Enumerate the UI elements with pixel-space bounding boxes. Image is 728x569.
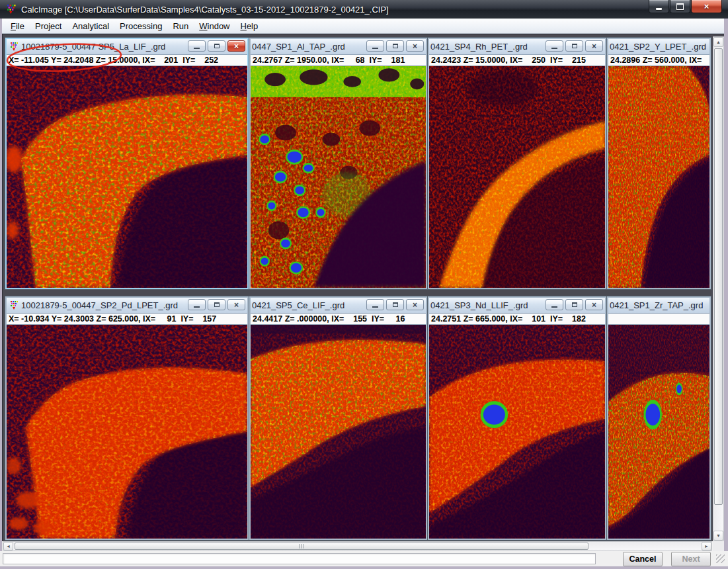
map-window-rh: 0421_SP4_Rh_PET_.grd × 24.2423 Z= 15.000… <box>428 38 606 289</box>
scroll-left-button[interactable]: ◄ <box>3 542 13 550</box>
restore-icon <box>214 44 220 48</box>
menu-file[interactable]: File <box>5 20 30 32</box>
minimize-button[interactable] <box>546 40 563 52</box>
map-window-titlebar[interactable]: 0447_SP1_Al_TAP_.grd × <box>251 39 426 55</box>
next-button: Next <box>671 552 711 566</box>
restore-icon <box>393 44 398 48</box>
close-button[interactable]: × <box>585 299 603 310</box>
restore-button[interactable] <box>565 40 583 52</box>
menu-help[interactable]: Help <box>235 20 264 32</box>
scrollbar-corner <box>713 541 724 551</box>
calcimage-window: CalcImage [C:\UserData\SurferData\Sample… <box>0 0 728 569</box>
close-button[interactable]: × <box>227 40 245 52</box>
status-strip <box>3 553 596 564</box>
map-window-titlebar[interactable]: 0421_SP1_Zr_TAP_.grd <box>608 298 709 314</box>
minimize-button[interactable] <box>366 299 384 310</box>
resize-grip[interactable] <box>716 554 725 563</box>
map-window-la: 10021879-5_00447 SP5_La_LIF_.grd × X= -1… <box>5 38 249 289</box>
restore-button[interactable] <box>565 299 583 310</box>
close-icon: × <box>413 301 417 309</box>
minimize-icon <box>194 48 200 49</box>
coordinate-readout: X= -10.934 Y= 24.3003 Z= 625.000, IX= 91… <box>7 314 247 325</box>
restore-button[interactable] <box>208 40 225 52</box>
minimize-icon <box>372 306 378 308</box>
vertical-scrollbar[interactable]: ▲ ▼ <box>713 36 724 541</box>
minimize-icon <box>551 48 557 49</box>
restore-icon <box>572 44 577 48</box>
coordinate-readout: 24.2896 Z= 560.000, IX= <box>608 55 709 66</box>
app-titlebar[interactable]: CalcImage [C:\UserData\SurferData\Sample… <box>0 0 728 19</box>
thumb-grip-icon <box>299 544 305 548</box>
minimize-button[interactable] <box>649 0 669 13</box>
element-map-y[interactable] <box>608 66 709 288</box>
scroll-left-icon: ◄ <box>6 544 11 548</box>
restore-button[interactable] <box>208 299 225 310</box>
map-window-title: 0421_SP3_Nd_LLIF_.grd <box>430 300 528 310</box>
map-window-title: 10021879-5_00447_SP2_Pd_LPET_.grd <box>21 300 178 310</box>
minimize-icon <box>656 8 662 10</box>
scroll-down-icon: ▼ <box>716 533 721 538</box>
menu-window[interactable]: Window <box>194 20 235 32</box>
minimize-button[interactable] <box>188 299 206 310</box>
close-icon: × <box>234 42 239 50</box>
close-button[interactable]: × <box>406 40 424 52</box>
vertical-scrollbar-thumb[interactable] <box>714 48 723 505</box>
restore-icon <box>393 302 398 307</box>
map-window-titlebar[interactable]: 0421_SP2_Y_LPET_.grd <box>608 39 709 55</box>
window-frame-bottom <box>0 566 728 569</box>
restore-icon <box>676 3 684 10</box>
close-button[interactable]: × <box>585 40 603 52</box>
close-icon: × <box>704 2 709 11</box>
scroll-right-button[interactable]: ► <box>702 542 711 550</box>
element-map-la[interactable] <box>7 66 247 288</box>
map-window-ce: 0421_SP5_Ce_LIF_.grd × 24.4417 Z= .00000… <box>249 296 427 540</box>
map-window-titlebar[interactable]: 10021879-5_00447 SP5_La_LIF_.grd × <box>7 39 247 55</box>
menu-project[interactable]: Project <box>30 20 67 32</box>
element-map-nd[interactable] <box>429 325 605 539</box>
restore-button[interactable] <box>386 299 404 310</box>
close-icon: × <box>413 42 417 50</box>
scroll-up-icon: ▲ <box>716 40 721 44</box>
map-window-title: 0421_SP5_Ce_LIF_.grd <box>252 300 344 310</box>
element-map-pd[interactable] <box>7 325 247 539</box>
window-frame-right <box>724 19 728 569</box>
coordinate-readout: 24.2751 Z= 665.000, IX= 101 IY= 182 <box>429 314 605 325</box>
map-window-titlebar[interactable]: 0421_SP3_Nd_LLIF_.grd × <box>429 298 605 314</box>
map-window-titlebar[interactable]: 10021879-5_00447_SP2_Pd_LPET_.grd × <box>7 298 247 314</box>
restore-button[interactable] <box>386 40 404 52</box>
close-button[interactable]: × <box>406 299 424 310</box>
close-button[interactable]: × <box>691 0 722 13</box>
minimize-icon <box>372 48 378 49</box>
map-window-y: 0421_SP2_Y_LPET_.grd 24.2896 Z= 560.000,… <box>607 38 711 289</box>
map-window-titlebar[interactable]: 0421_SP4_Rh_PET_.grd × <box>429 39 605 55</box>
horizontal-scrollbar[interactable]: ◄ ► <box>3 541 712 551</box>
coordinate-readout: 24.2767 Z= 1950.00, IX= 68 IY= 181 <box>251 55 426 66</box>
element-map-zr[interactable] <box>608 325 709 539</box>
map-window-title: 0447_SP1_Al_TAP_.grd <box>252 42 345 52</box>
menu-processing[interactable]: Processing <box>114 20 167 32</box>
calcimage-app-icon <box>6 4 17 15</box>
element-map-al[interactable] <box>251 66 426 288</box>
menu-analytical[interactable]: Analytical <box>67 20 114 32</box>
menu-run[interactable]: Run <box>167 20 194 32</box>
menubar: File Project Analytical Processing Run W… <box>0 19 728 34</box>
minimize-icon <box>551 306 557 308</box>
cancel-button[interactable]: Cancel <box>623 552 663 566</box>
scroll-down-button[interactable]: ▼ <box>713 531 723 541</box>
restore-icon <box>572 302 577 307</box>
minimize-button[interactable] <box>546 299 563 310</box>
scroll-up-button[interactable]: ▲ <box>713 37 723 47</box>
map-window-titlebar[interactable]: 0421_SP5_Ce_LIF_.grd × <box>251 298 426 314</box>
map-window-title: 0421_SP1_Zr_TAP_.grd <box>610 300 703 310</box>
maximize-button[interactable] <box>670 0 690 13</box>
coordinate-readout: 24.2423 Z= 15.0000, IX= 250 IY= 215 <box>429 55 605 66</box>
horizontal-scrollbar-thumb[interactable] <box>15 543 588 550</box>
minimize-button[interactable] <box>366 40 384 52</box>
close-button[interactable]: × <box>227 299 245 310</box>
element-map-rh[interactable] <box>429 66 605 288</box>
map-window-zr: 0421_SP1_Zr_TAP_.grd <box>607 296 711 540</box>
element-map-ce[interactable] <box>251 325 426 539</box>
coordinate-readout <box>608 314 709 325</box>
close-icon: × <box>234 301 239 309</box>
minimize-button[interactable] <box>188 40 206 52</box>
